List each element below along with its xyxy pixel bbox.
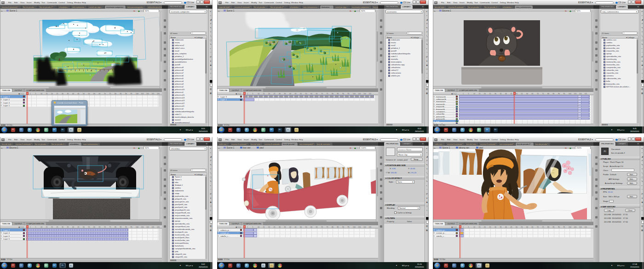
svg-text:✕: ✕ [267,174,269,177]
